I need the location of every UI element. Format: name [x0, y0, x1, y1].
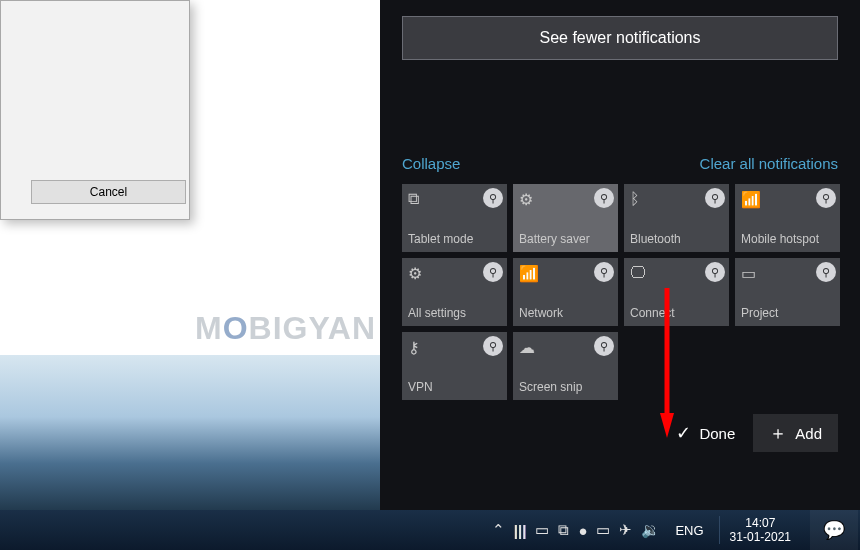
- see-fewer-notifications-button[interactable]: See fewer notifications: [402, 16, 838, 60]
- tile-icon: ⚙: [408, 264, 422, 283]
- dialog-window: Cancel: [0, 0, 190, 220]
- tray-chevron-up-icon[interactable]: ⌃: [492, 521, 505, 539]
- done-button[interactable]: ✓ Done: [660, 414, 751, 452]
- tile-label: Battery saver: [519, 232, 612, 246]
- pin-icon[interactable]: ⚲: [705, 188, 725, 208]
- tile-icon: ⧉: [408, 190, 419, 208]
- watermark-logo: MOBIGYAN: [195, 310, 376, 347]
- tile-label: VPN: [408, 380, 501, 394]
- cancel-button[interactable]: Cancel: [31, 180, 186, 204]
- tray-app-icon[interactable]: |||: [514, 522, 527, 539]
- tile-battery-saver[interactable]: ⚙⚲Battery saver: [513, 184, 618, 252]
- pin-icon[interactable]: ⚲: [816, 188, 836, 208]
- done-label: Done: [699, 425, 735, 442]
- tile-label: Bluetooth: [630, 232, 723, 246]
- tile-tablet-mode[interactable]: ⧉⚲Tablet mode: [402, 184, 507, 252]
- tile-icon: ☁: [519, 338, 535, 357]
- action-center-panel: See fewer notifications Collapse Clear a…: [380, 0, 860, 510]
- tile-label: Project: [741, 306, 834, 320]
- taskbar: ⌃ ||| ▭ ⧉ ● ▭ ✈ 🔉 ENG 14:07 31-01-2021 💬: [0, 510, 860, 550]
- pin-icon[interactable]: ⚲: [594, 188, 614, 208]
- collapse-button[interactable]: Collapse: [402, 155, 460, 172]
- pin-icon[interactable]: ⚲: [594, 262, 614, 282]
- tile-vpn[interactable]: ⚷⚲VPN: [402, 332, 507, 400]
- tray-language-indicator[interactable]: ENG: [669, 523, 709, 538]
- tray-time: 14:07: [745, 516, 775, 530]
- tray-task-view-icon[interactable]: ⧉: [558, 521, 569, 539]
- tile-label: Connect: [630, 306, 723, 320]
- tile-label: Screen snip: [519, 380, 612, 394]
- tile-label: Tablet mode: [408, 232, 501, 246]
- tray-sound-icon[interactable]: 🔉: [641, 521, 660, 539]
- tile-icon: 📶: [741, 190, 761, 209]
- plus-icon: ＋: [769, 421, 787, 445]
- add-button[interactable]: ＋ Add: [753, 414, 838, 452]
- tile-network[interactable]: 📶⚲Network: [513, 258, 618, 326]
- tile-label: All settings: [408, 306, 501, 320]
- tile-connect[interactable]: 🖵⚲Connect: [624, 258, 729, 326]
- pin-icon[interactable]: ⚲: [483, 262, 503, 282]
- tile-project[interactable]: ▭⚲Project: [735, 258, 840, 326]
- pin-icon[interactable]: ⚲: [483, 188, 503, 208]
- tile-label: Network: [519, 306, 612, 320]
- notification-icon: 💬: [823, 519, 845, 541]
- tile-bluetooth[interactable]: ᛒ⚲Bluetooth: [624, 184, 729, 252]
- pin-icon[interactable]: ⚲: [483, 336, 503, 356]
- tile-icon: ⚙: [519, 190, 533, 209]
- tile-screen-snip[interactable]: ☁⚲Screen snip: [513, 332, 618, 400]
- tray-airplane-mode-icon[interactable]: ✈: [619, 521, 632, 539]
- tray-notification-button[interactable]: 💬: [810, 510, 858, 550]
- tile-all-settings[interactable]: ⚙⚲All settings: [402, 258, 507, 326]
- clear-all-notifications-button[interactable]: Clear all notifications: [700, 155, 838, 172]
- tray-battery-icon[interactable]: ▭: [596, 521, 610, 539]
- tile-icon: ⚷: [408, 338, 420, 357]
- add-label: Add: [795, 425, 822, 442]
- tile-icon: 📶: [519, 264, 539, 283]
- tray-utorrent-icon[interactable]: ●: [578, 522, 587, 539]
- tray-date: 31-01-2021: [730, 530, 791, 544]
- tile-label: Mobile hotspot: [741, 232, 834, 246]
- pin-icon[interactable]: ⚲: [816, 262, 836, 282]
- tile-mobile-hotspot[interactable]: 📶⚲Mobile hotspot: [735, 184, 840, 252]
- check-icon: ✓: [676, 422, 691, 444]
- tile-icon: 🖵: [630, 264, 646, 282]
- tray-battery-icon-small[interactable]: ▭: [535, 521, 549, 539]
- pin-icon[interactable]: ⚲: [594, 336, 614, 356]
- desktop-wallpaper: [0, 355, 380, 510]
- tray-clock[interactable]: 14:07 31-01-2021: [719, 516, 801, 544]
- tile-icon: ▭: [741, 264, 756, 283]
- tile-icon: ᛒ: [630, 190, 640, 208]
- quick-action-tiles: ⧉⚲Tablet mode⚙⚲Battery saverᛒ⚲Bluetooth📶…: [402, 184, 838, 400]
- pin-icon[interactable]: ⚲: [705, 262, 725, 282]
